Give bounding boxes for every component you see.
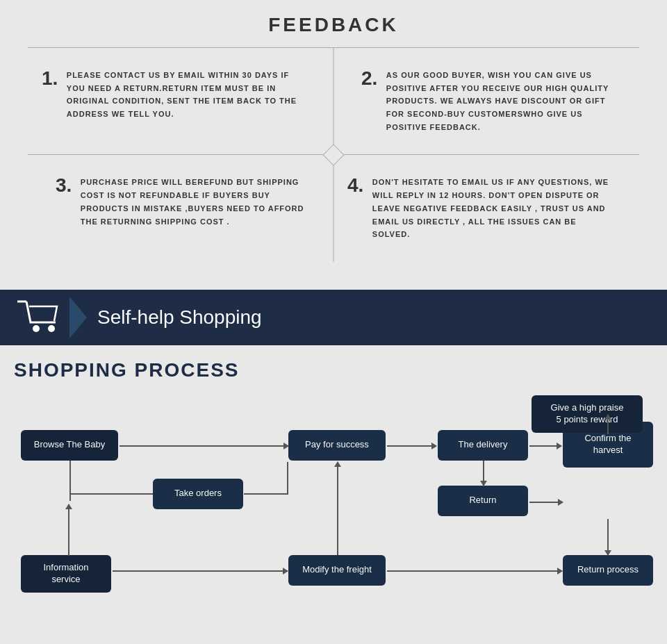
feedback-grid: 1. PLEASE CONTACT US BY EMAIL WITHIN 30 …	[28, 48, 639, 262]
arrow-info-take	[68, 504, 69, 506]
svg-point-1	[33, 325, 40, 332]
feedback-item-4: 4. DON'T HESITATE TO EMAIL US IF ANY QUE…	[334, 155, 639, 261]
process-section: SHOPPING PROCESS Browse The Baby Pay for…	[0, 345, 667, 644]
feedback-item-2: 2. AS OUR GOOD BUYER, WISH YOU CAN GIVE …	[334, 48, 639, 154]
line-take-pay-v	[287, 462, 288, 495]
flow-info: Information service	[21, 555, 111, 593]
arrow-browse-pay	[120, 445, 288, 447]
arrow-pay-delivery	[387, 445, 436, 447]
svg-point-2	[48, 325, 55, 332]
process-title: SHOPPING PROCESS	[7, 359, 660, 381]
feedback-section: FEEDBACK 1. PLEASE CONTACT US BY EMAIL W…	[0, 0, 667, 283]
feedback-number-3: 3.	[56, 176, 72, 195]
banner-arrow	[69, 297, 87, 338]
feedback-text-1: PLEASE CONTACT US BY EMAIL WITHIN 30 DAY…	[67, 69, 303, 121]
line-take-pay-h	[244, 493, 288, 495]
feedback-title: FEEDBACK	[28, 14, 639, 36]
flow-return: Return	[438, 486, 528, 516]
flow-pay: Pay for success	[288, 430, 386, 461]
feedback-text-2: AS OUR GOOD BUYER, WISH YOU CAN GIVE US …	[386, 69, 616, 133]
feedback-item-3: 3. PURCHASE PRICE WILL BEREFUND BUT SHIP…	[28, 155, 334, 261]
shopping-banner: Self-help Shopping	[0, 290, 667, 345]
arrow-delivery-return	[483, 461, 484, 486]
line-modify-pay-v	[337, 463, 338, 555]
line-browse-h	[69, 493, 153, 495]
flow-browse: Browse The Baby	[21, 430, 118, 461]
feedback-number-2: 2.	[361, 69, 377, 88]
feedback-number-4: 4.	[347, 176, 363, 195]
line-browse-down	[69, 461, 71, 501]
flow-delivery: The delivery	[438, 430, 528, 461]
arrow-return-returnprocess	[529, 502, 563, 503]
cart-icon	[14, 298, 63, 336]
feedback-text-4: DON'T HESITATE TO EMAIL US IF ANY QUESTI…	[372, 176, 616, 240]
flow-take-orders: Take orders	[153, 479, 243, 509]
arrow-modify-pay	[337, 462, 338, 463]
arrow-returnprocess-down	[607, 519, 609, 555]
arrow-info-modify	[113, 570, 288, 572]
arrow-modify-returnprocess	[387, 570, 562, 572]
flow-modify: Modify the freight	[288, 555, 386, 586]
banner-title: Self-help Shopping	[97, 306, 262, 329]
feedback-item-1: 1. PLEASE CONTACT US BY EMAIL WITHIN 30 …	[28, 48, 334, 154]
feedback-number-1: 1.	[42, 69, 58, 88]
arrow-delivery-confirm	[529, 445, 561, 447]
flow-praise: Give a high praise 5 points reward	[532, 395, 643, 433]
flow-return-process: Return process	[563, 555, 653, 586]
process-diagram: Browse The Baby Pay for success The deli…	[7, 402, 660, 644]
arrow-confirm-praise	[607, 415, 609, 434]
line-info-up	[68, 504, 69, 556]
feedback-text-3: PURCHASE PRICE WILL BEREFUND BUT SHIPPIN…	[81, 176, 310, 228]
